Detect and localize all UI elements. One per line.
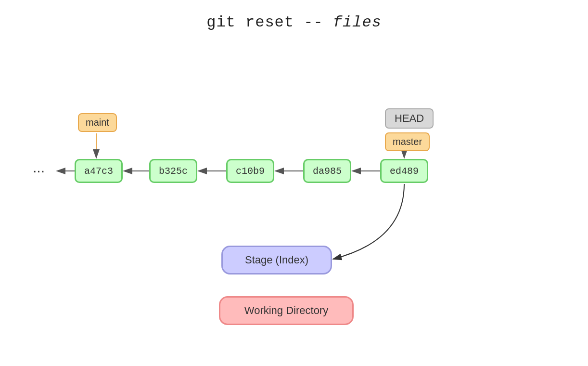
ellipsis: ··· bbox=[33, 162, 45, 179]
arrow-ed489-stage bbox=[333, 184, 404, 259]
title-prefix: git reset -- bbox=[206, 13, 333, 31]
title-italic: files bbox=[333, 13, 382, 31]
tag-head: HEAD bbox=[385, 108, 434, 129]
stage-box: Stage (Index) bbox=[221, 246, 332, 274]
commit-ed489: ed489 bbox=[380, 159, 428, 183]
tag-master: master bbox=[385, 132, 430, 151]
page-title: git reset -- files bbox=[0, 0, 588, 31]
tag-maint: maint bbox=[78, 113, 117, 132]
diagram: ··· a47c3 b325c c10b9 da985 ed489 maint … bbox=[0, 39, 588, 366]
workdir-box: Working Directory bbox=[219, 296, 354, 325]
commit-da985: da985 bbox=[303, 159, 351, 183]
commit-b325c: b325c bbox=[149, 159, 197, 183]
commit-a47c3: a47c3 bbox=[75, 159, 123, 183]
commit-c10b9: c10b9 bbox=[226, 159, 274, 183]
